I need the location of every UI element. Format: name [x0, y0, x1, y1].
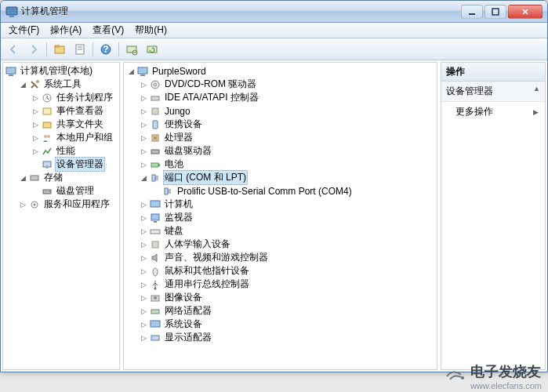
- device-dvd[interactable]: ▷DVD/CD-ROM 驱动器: [138, 78, 435, 91]
- expand-icon[interactable]: ▷: [138, 212, 149, 223]
- device-portable[interactable]: ▷便携设备: [138, 118, 435, 131]
- forward-button[interactable]: [24, 41, 43, 58]
- device-display[interactable]: ▷显示适配器: [138, 331, 435, 344]
- up-button[interactable]: [50, 41, 69, 58]
- expand-icon[interactable]: ▷: [138, 226, 149, 237]
- collapse-icon[interactable]: ▲: [533, 85, 540, 93]
- menu-view[interactable]: 查看(V): [88, 22, 129, 38]
- expand-icon[interactable]: ▷: [138, 266, 149, 277]
- camera-icon: [149, 292, 161, 304]
- collapse-icon[interactable]: ◢: [138, 172, 149, 183]
- tree-local-users[interactable]: ▷本地用户和组: [30, 131, 118, 144]
- device-cpu[interactable]: ▷处理器: [138, 131, 435, 144]
- tree-storage[interactable]: ◢ 存储: [17, 171, 118, 184]
- tree-label: 鼠标和其他指针设备: [163, 264, 251, 278]
- collapse-icon[interactable]: ◢: [17, 172, 28, 183]
- tree-label: DVD/CD-ROM 驱动器: [163, 78, 258, 91]
- expand-icon[interactable]: ▷: [138, 319, 149, 330]
- tree-device-manager[interactable]: 设备管理器: [30, 158, 118, 171]
- scan-hardware-button[interactable]: [122, 41, 141, 58]
- device-mouse[interactable]: ▷鼠标和其他指针设备: [138, 264, 435, 278]
- expand-icon[interactable]: ▷: [138, 79, 149, 90]
- ide-icon: [149, 92, 161, 104]
- help-button[interactable]: ?: [96, 41, 115, 58]
- menu-action[interactable]: 操作(A): [45, 22, 86, 38]
- expand-icon[interactable]: ▷: [30, 93, 41, 103]
- tree-services[interactable]: ▷服务和应用程序: [17, 198, 118, 211]
- tree-label: 监视器: [163, 211, 194, 224]
- maximize-button[interactable]: [484, 5, 506, 19]
- collapse-icon[interactable]: ◢: [125, 66, 136, 77]
- expand-icon[interactable]: ▷: [30, 146, 41, 157]
- device-sound[interactable]: ▷声音、视频和游戏控制器: [138, 251, 435, 264]
- computer-icon: [149, 198, 161, 211]
- tree-label: 存储: [42, 171, 64, 184]
- svg-point-32: [154, 83, 157, 85]
- generic-device-icon: [149, 105, 161, 118]
- expand-icon[interactable]: ▷: [17, 199, 28, 210]
- back-button[interactable]: [4, 41, 23, 58]
- expand-icon[interactable]: ▷: [30, 132, 41, 143]
- device-network[interactable]: ▷网络适配器: [138, 304, 435, 318]
- device-computer[interactable]: ▷计算机: [138, 198, 435, 211]
- tree-disk-mgmt[interactable]: 磁盘管理: [30, 184, 118, 198]
- tree-event-viewer[interactable]: ▷事件查看器: [30, 104, 118, 118]
- tree-root-computer-mgmt[interactable]: 计算机管理(本地): [5, 64, 118, 78]
- expand-icon[interactable]: ▷: [30, 106, 41, 117]
- keyboard-icon: [149, 225, 161, 238]
- device-system[interactable]: ▷系统设备: [138, 318, 435, 331]
- expand-icon[interactable]: ▷: [138, 239, 149, 250]
- tree-label: 性能: [55, 144, 77, 158]
- device-battery[interactable]: ▷电池: [138, 158, 435, 171]
- watermark: 电子发烧友 www.elecfans.com: [444, 362, 542, 390]
- svg-rect-14: [6, 67, 16, 74]
- titlebar: 计算机管理: [1, 1, 547, 23]
- tree-label: 磁盘管理: [55, 184, 96, 198]
- device-root[interactable]: ◢ PurpleSword: [125, 64, 435, 78]
- expand-icon[interactable]: ▷: [138, 279, 149, 290]
- refresh-button[interactable]: [143, 41, 161, 58]
- menu-help[interactable]: 帮助(H): [130, 22, 172, 38]
- device-imaging[interactable]: ▷图像设备: [138, 291, 435, 304]
- menu-file[interactable]: 文件(F): [4, 22, 44, 38]
- properties-button[interactable]: [71, 41, 89, 58]
- device-jungo[interactable]: ▷Jungo: [138, 104, 435, 118]
- tree-shared-folders[interactable]: ▷共享文件夹: [30, 118, 118, 131]
- tree-performance[interactable]: ▷性能: [30, 144, 118, 158]
- expand-icon[interactable]: ▷: [138, 93, 149, 103]
- minimize-button[interactable]: [461, 5, 483, 19]
- performance-icon: [41, 145, 53, 158]
- more-actions-item[interactable]: 更多操作 ▶: [441, 102, 545, 122]
- expand-icon[interactable]: ▷: [138, 292, 149, 303]
- device-ide[interactable]: ▷IDE ATA/ATAPI 控制器: [138, 91, 435, 104]
- expand-icon[interactable]: ▷: [138, 146, 149, 157]
- device-ports[interactable]: ◢端口 (COM 和 LPT): [138, 171, 435, 184]
- expand-icon[interactable]: ▷: [30, 119, 41, 130]
- device-usb[interactable]: ▷通用串行总线控制器: [138, 278, 435, 291]
- expand-icon[interactable]: ▷: [138, 119, 149, 130]
- svg-rect-11: [127, 46, 136, 53]
- port-icon: [161, 185, 174, 198]
- close-button[interactable]: [508, 5, 543, 19]
- expand-icon[interactable]: ▷: [138, 306, 149, 317]
- tree-label: 电池: [163, 158, 185, 171]
- device-hid[interactable]: ▷人体学输入设备: [138, 238, 435, 251]
- toolbar-separator: [46, 42, 47, 56]
- toolbar-separator: [93, 42, 93, 56]
- device-disk[interactable]: ▷磁盘驱动器: [138, 144, 435, 158]
- tree-system-tools[interactable]: ◢ 系统工具: [17, 78, 118, 91]
- device-keyboard[interactable]: ▷键盘: [138, 224, 435, 238]
- toolbar: ?: [1, 38, 547, 60]
- collapse-icon[interactable]: ◢: [17, 79, 28, 90]
- expand-icon[interactable]: ▷: [138, 252, 149, 263]
- tree-task-scheduler[interactable]: ▷任务计划程序: [30, 91, 118, 104]
- expand-icon[interactable]: ▷: [138, 132, 149, 143]
- device-com4[interactable]: Prolific USB-to-Serial Comm Port (COM4): [151, 184, 435, 198]
- expand-icon[interactable]: ▷: [138, 332, 149, 343]
- device-monitor[interactable]: ▷监视器: [138, 211, 435, 224]
- expand-icon[interactable]: ▷: [138, 199, 149, 210]
- expand-icon[interactable]: ▷: [138, 159, 149, 170]
- expand-icon[interactable]: ▷: [138, 106, 149, 117]
- svg-rect-1: [9, 16, 14, 17]
- toolbar-separator: [118, 42, 119, 56]
